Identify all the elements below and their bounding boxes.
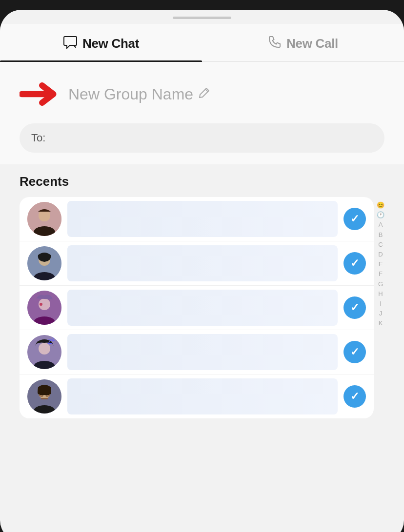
- tab-new-call-label: New Call: [286, 36, 338, 51]
- svg-point-10: [40, 303, 42, 306]
- check-button[interactable]: ✓: [343, 296, 366, 319]
- avatar: Z Z: [27, 335, 61, 369]
- checkmark-icon: ✓: [350, 390, 359, 403]
- check-button[interactable]: ✓: [343, 252, 366, 275]
- alpha-k[interactable]: K: [379, 319, 383, 328]
- group-name-display[interactable]: New Group Name: [68, 85, 211, 103]
- contact-info-blur: [67, 290, 338, 326]
- checkmark-icon: ✓: [350, 301, 359, 314]
- to-label: To:: [31, 132, 45, 144]
- tab-new-call[interactable]: New Call: [202, 24, 404, 61]
- table-row[interactable]: ✓: [20, 286, 374, 330]
- tab-new-chat[interactable]: New Chat: [0, 24, 202, 61]
- contact-list: ✓ ✓: [20, 197, 374, 418]
- check-button[interactable]: ✓: [343, 208, 366, 230]
- chat-icon: [63, 35, 78, 53]
- avatar: [27, 202, 61, 236]
- to-field[interactable]: To:: [20, 123, 384, 153]
- alpha-d[interactable]: D: [378, 250, 383, 259]
- tab-bar: New Chat New Call: [0, 24, 404, 62]
- contact-info-blur: [67, 201, 338, 237]
- svg-text:Z: Z: [52, 336, 55, 342]
- group-name-section: New Group Name: [0, 62, 404, 123]
- svg-rect-19: [41, 398, 48, 399]
- group-name-placeholder: New Group Name: [68, 85, 193, 103]
- contact-info-blur: [67, 334, 338, 370]
- check-button[interactable]: ✓: [343, 341, 366, 363]
- alpha-c[interactable]: C: [378, 240, 383, 249]
- tab-new-chat-label: New Chat: [82, 36, 139, 51]
- to-field-wrap: To:: [0, 123, 404, 164]
- alpha-a[interactable]: A: [379, 220, 383, 229]
- contact-info-blur: [67, 245, 338, 281]
- table-row[interactable]: ✓: [20, 241, 374, 286]
- checkmark-icon: ✓: [350, 213, 359, 225]
- check-button[interactable]: ✓: [343, 385, 366, 408]
- alpha-clock-icon[interactable]: 🕐: [377, 211, 384, 219]
- checkmark-icon: ✓: [350, 346, 359, 358]
- alpha-emoji-icon[interactable]: 😊: [377, 201, 384, 210]
- checkmark-icon: ✓: [350, 257, 359, 270]
- drag-handle: [173, 17, 231, 19]
- alpha-g[interactable]: G: [378, 280, 383, 289]
- alpha-i[interactable]: I: [380, 299, 382, 308]
- table-row[interactable]: Z Z ✓: [20, 330, 374, 374]
- avatar: [27, 246, 61, 280]
- contact-info-blur: [67, 378, 338, 414]
- avatar: [27, 291, 61, 325]
- phone-frame: New Chat New Call New Group Name: [0, 10, 404, 532]
- alpha-e[interactable]: E: [379, 260, 383, 269]
- alpha-j[interactable]: J: [379, 309, 383, 318]
- edit-pencil-icon: [198, 86, 211, 102]
- recents-section: Recents: [0, 164, 404, 418]
- alphabet-index: 😊 🕐 A B C D E F G H I J K: [374, 197, 384, 418]
- table-row[interactable]: ✓: [20, 374, 374, 418]
- arrow-icon: [20, 79, 59, 109]
- contact-list-wrapper: ✓ ✓: [20, 197, 384, 418]
- alpha-h[interactable]: H: [378, 290, 383, 298]
- recents-title: Recents: [20, 174, 384, 189]
- table-row[interactable]: ✓: [20, 197, 374, 241]
- alpha-f[interactable]: F: [379, 270, 383, 278]
- alpha-b[interactable]: B: [379, 231, 383, 239]
- avatar: [27, 379, 61, 414]
- phone-icon: [268, 35, 282, 52]
